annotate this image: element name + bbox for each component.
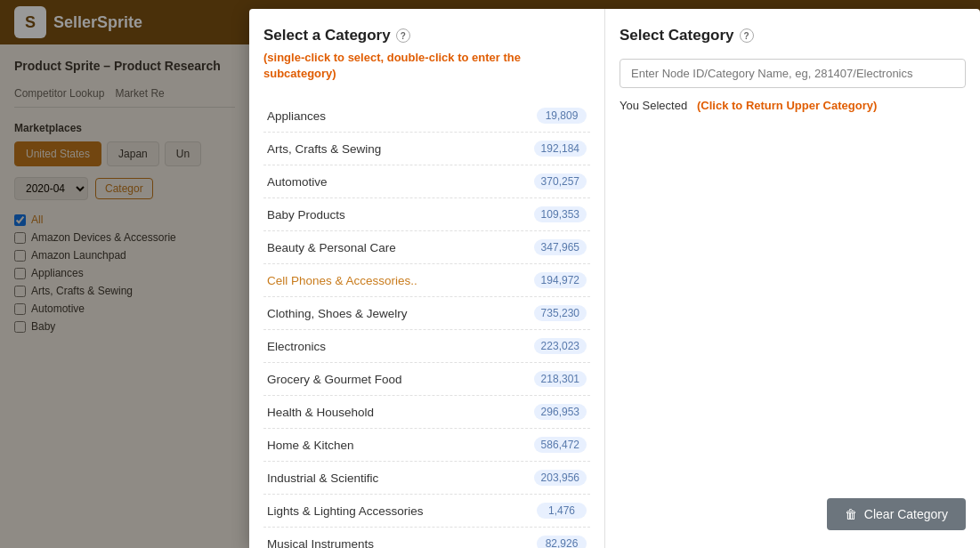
category-item-musical[interactable]: Musical Instruments 82,926 bbox=[263, 528, 590, 548]
cat-count-cellphones: 194,972 bbox=[534, 272, 587, 288]
selected-text: You Selected (Click to Return Upper Cate… bbox=[620, 99, 966, 112]
cat-count-baby: 109,353 bbox=[534, 206, 587, 222]
cat-count-arts: 192,184 bbox=[534, 141, 587, 157]
modal-left-panel: Select a Category ? (single-click to sel… bbox=[249, 9, 605, 548]
category-item-electronics[interactable]: Electronics 223,023 bbox=[263, 330, 590, 363]
category-item-baby[interactable]: Baby Products 109,353 bbox=[263, 198, 590, 231]
right-title-help-icon[interactable]: ? bbox=[740, 28, 754, 43]
cat-count-industrial: 203,956 bbox=[534, 470, 587, 486]
category-item-lights[interactable]: Lights & Lighting Accessories 1,476 bbox=[263, 495, 590, 528]
category-item-home[interactable]: Home & Kitchen 586,472 bbox=[263, 429, 590, 462]
cat-count-home: 586,472 bbox=[534, 437, 587, 453]
cat-count-electronics: 223,023 bbox=[534, 338, 587, 354]
cat-count-beauty: 347,965 bbox=[534, 239, 587, 255]
category-item-beauty[interactable]: Beauty & Personal Care 347,965 bbox=[263, 231, 590, 264]
category-modal: Select a Category ? (single-click to sel… bbox=[249, 9, 980, 548]
category-item-health[interactable]: Health & Household 296,953 bbox=[263, 396, 590, 429]
cat-count-health: 296,953 bbox=[534, 404, 587, 420]
node-id-input[interactable] bbox=[620, 59, 966, 88]
category-item-automotive[interactable]: Automotive 370,257 bbox=[263, 165, 590, 198]
title-help-icon[interactable]: ? bbox=[396, 28, 410, 43]
cat-count-musical: 82,926 bbox=[537, 536, 587, 548]
category-item-industrial[interactable]: Industrial & Scientific 203,956 bbox=[263, 462, 590, 495]
modal-right-title: Select Category ? bbox=[620, 27, 966, 44]
cat-count-clothing: 735,230 bbox=[534, 305, 587, 321]
modal-right-footer: 🗑 Clear Category bbox=[620, 498, 966, 530]
cat-count-automotive: 370,257 bbox=[534, 173, 587, 189]
cat-count-appliances: 19,809 bbox=[537, 108, 587, 124]
return-upper-category-link[interactable]: (Click to Return Upper Category) bbox=[697, 99, 877, 112]
category-item-appliances[interactable]: Appliances 19,809 bbox=[263, 100, 590, 133]
category-item-cellphones[interactable]: Cell Phones & Accessories.. 194,972 bbox=[263, 264, 590, 297]
instruction-text: (single-click to select, double-click to… bbox=[263, 50, 590, 82]
cat-count-lights: 1,476 bbox=[537, 503, 587, 519]
clear-category-button[interactable]: 🗑 Clear Category bbox=[827, 498, 966, 530]
modal-left-title: Select a Category ? (single-click to sel… bbox=[263, 27, 590, 96]
trash-icon: 🗑 bbox=[845, 507, 857, 521]
category-list: Appliances 19,809 Arts, Crafts & Sewing … bbox=[263, 100, 590, 548]
cat-count-grocery: 218,301 bbox=[534, 371, 587, 387]
category-item-grocery[interactable]: Grocery & Gourmet Food 218,301 bbox=[263, 363, 590, 396]
category-item-arts[interactable]: Arts, Crafts & Sewing 192,184 bbox=[263, 133, 590, 165]
modal-right-panel: Select Category ? You Selected (Click to… bbox=[605, 9, 980, 548]
category-item-clothing[interactable]: Clothing, Shoes & Jewelry 735,230 bbox=[263, 297, 590, 330]
